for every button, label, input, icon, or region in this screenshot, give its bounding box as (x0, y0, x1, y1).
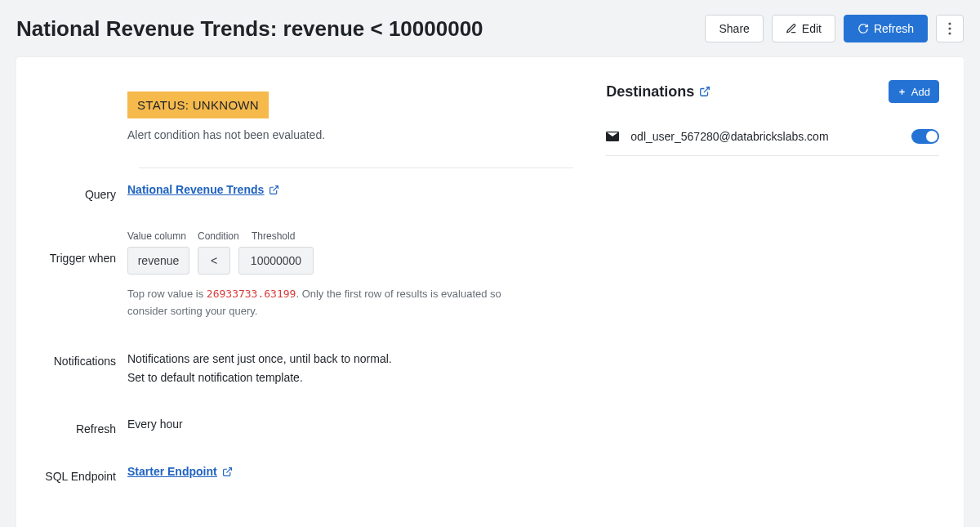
destinations-panel: Destinations Add odl_use (606, 77, 939, 498)
notifications-label: Notifications (41, 350, 127, 368)
external-link-icon (222, 467, 233, 477)
edit-icon (786, 23, 797, 34)
condition-header: Condition (198, 230, 243, 242)
svg-point-2 (948, 32, 951, 34)
destination-toggle[interactable] (911, 129, 939, 144)
page-title: National Revenue Trends: revenue < 10000… (16, 16, 483, 42)
notifications-line2: Set to default notification template. (127, 368, 573, 388)
external-link-icon (269, 185, 279, 195)
share-button[interactable]: Share (705, 15, 763, 42)
refresh-label: Refresh (41, 418, 127, 435)
endpoint-link-text: Starter Endpoint (127, 465, 217, 478)
query-link-text: National Revenue Trends (127, 183, 264, 196)
refresh-button[interactable]: Refresh (844, 15, 928, 42)
alert-details: STATUS: UNKNOWN Alert condition has not … (41, 77, 573, 498)
helper-value: 26933733.63199 (207, 288, 296, 300)
trigger-field-labels: Value column Condition Threshold (127, 230, 573, 242)
condition-box: < (198, 247, 230, 275)
page-header: National Revenue Trends: revenue < 10000… (16, 15, 964, 42)
trigger-fields: revenue < 10000000 (127, 247, 573, 275)
threshold-box: 10000000 (238, 247, 314, 275)
add-button-label: Add (911, 86, 930, 98)
status-section: STATUS: UNKNOWN Alert condition has not … (41, 77, 573, 156)
trigger-label: Trigger when (41, 230, 127, 265)
more-icon (948, 22, 951, 35)
endpoint-row: SQL Endpoint Starter Endpoint (41, 450, 573, 498)
helper-prefix: Top row value is (127, 288, 207, 300)
refresh-value: Every hour (127, 418, 573, 431)
mail-icon (606, 132, 619, 141)
endpoint-link[interactable]: Starter Endpoint (127, 465, 233, 478)
query-link[interactable]: National Revenue Trends (127, 183, 279, 196)
status-badge: STATUS: UNKNOWN (127, 92, 269, 118)
endpoint-label: SQL Endpoint (41, 465, 127, 483)
status-note: Alert condition has not been evaluated. (127, 128, 573, 141)
edit-button-label: Edit (802, 22, 822, 35)
trigger-row: Trigger when Value column Condition Thre… (41, 216, 573, 335)
refresh-icon (858, 23, 869, 34)
value-column-header: Value column (127, 230, 189, 242)
add-destination-button[interactable]: Add (889, 80, 939, 103)
trigger-helper: Top row value is 26933733.63199. Only th… (127, 286, 519, 320)
destinations-title: Destinations (606, 83, 694, 100)
svg-point-0 (948, 22, 951, 25)
alert-card: STATUS: UNKNOWN Alert condition has not … (16, 57, 964, 527)
edit-button[interactable]: Edit (772, 15, 835, 42)
svg-point-1 (948, 27, 951, 29)
value-column-box: revenue (127, 247, 189, 275)
destination-email: odl_user_567280@databrickslabs.com (630, 130, 828, 143)
notifications-row: Notifications Notifications are sent jus… (41, 335, 573, 404)
destination-row: odl_user_567280@databrickslabs.com (606, 118, 939, 156)
refresh-button-label: Refresh (874, 22, 914, 35)
notifications-line1: Notifications are sent just once, until … (127, 350, 573, 369)
threshold-header: Threshold (252, 230, 327, 242)
destinations-header: Destinations Add (606, 80, 939, 103)
share-button-label: Share (719, 22, 749, 35)
refresh-row: Refresh Every hour (41, 403, 573, 450)
external-link-icon[interactable] (699, 86, 710, 97)
plus-icon (898, 87, 906, 96)
query-label: Query (41, 183, 127, 201)
header-actions: Share Edit Refresh (705, 15, 964, 42)
destinations-title-wrap: Destinations (606, 83, 710, 100)
more-button[interactable] (936, 15, 964, 42)
query-row: Query National Revenue Trends (41, 168, 573, 216)
